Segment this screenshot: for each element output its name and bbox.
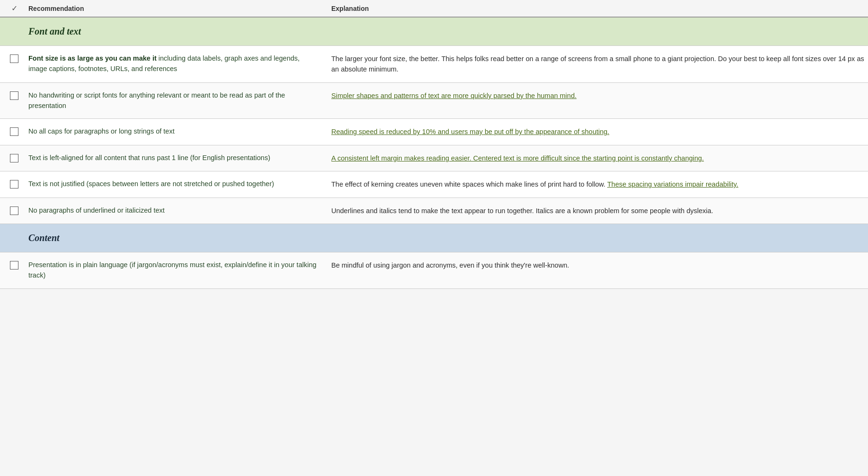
checkbox-no-handwriting[interactable]: [10, 91, 18, 100]
explanation-cell-left-aligned: A consistent left margin makes reading e…: [331, 153, 868, 163]
recommendation-cell-no-underline-italic: No paragraphs of underlined or italicize…: [28, 206, 331, 216]
table-row: No paragraphs of underlined or italicize…: [0, 198, 868, 224]
explanation-cell-not-justified: The effect of kerning creates uneven whi…: [331, 179, 868, 189]
table-row: No handwriting or script fonts for anyth…: [0, 83, 868, 119]
recommendation-bold-font-size: Font size is as large as you can make it: [28, 54, 157, 62]
table-row: No all caps for paragraphs or long strin…: [0, 119, 868, 145]
explanation-cell-no-underline-italic: Underlines and italics tend to make the …: [331, 206, 868, 216]
checkbox-cell: [0, 260, 28, 269]
explanation-column-header: Explanation: [331, 5, 868, 12]
explanation-cell-no-handwriting: Simpler shapes and patterns of text are …: [331, 90, 868, 101]
explanation-cell-font-size: The larger your font size, the better. T…: [331, 54, 868, 75]
checkbox-cell: [0, 126, 28, 136]
recommendation-cell-plain-language: Presentation is in plain language (if ja…: [28, 260, 331, 281]
explanation-link-left-aligned[interactable]: A consistent left margin makes reading e…: [331, 154, 704, 162]
section-title-font-and-text: Font and text: [28, 26, 81, 37]
section-title-content: Content: [28, 233, 60, 243]
table-row: Presentation is in plain language (if ja…: [0, 252, 868, 289]
sections-container: Font and textFont size is as large as yo…: [0, 18, 868, 289]
checkbox-left-aligned[interactable]: [10, 154, 18, 162]
checkbox-cell: [0, 54, 28, 63]
checkbox-plain-language[interactable]: [10, 261, 18, 269]
checkbox-not-justified[interactable]: [10, 180, 18, 189]
section-header-content: Content: [0, 224, 868, 252]
table-row: Text is left-aligned for all content tha…: [0, 145, 868, 171]
recommendation-cell-left-aligned: Text is left-aligned for all content tha…: [28, 153, 331, 163]
recommendation-cell-no-all-caps: No all caps for paragraphs or long strin…: [28, 126, 331, 137]
explanation-link-not-justified[interactable]: These spacing variations impair readabil…: [607, 180, 738, 188]
checkbox-cell: [0, 206, 28, 215]
explanation-link-no-handwriting[interactable]: Simpler shapes and patterns of text are …: [331, 92, 576, 99]
checkbox-no-underline-italic[interactable]: [10, 207, 18, 215]
recommendation-cell-no-handwriting: No handwriting or script fonts for anyth…: [28, 90, 331, 111]
checkbox-cell: [0, 179, 28, 189]
section-header-font-and-text: Font and text: [0, 18, 868, 46]
checkbox-cell: [0, 153, 28, 162]
check-column-header: ✓: [0, 4, 28, 13]
recommendation-column-header: Recommendation: [28, 5, 331, 12]
explanation-link-no-all-caps[interactable]: Reading speed is reduced by 10% and user…: [331, 128, 609, 135]
explanation-cell-plain-language: Be mindful of using jargon and acronyms,…: [331, 260, 868, 270]
recommendation-cell-not-justified: Text is not justified (spaces between le…: [28, 179, 331, 189]
checkbox-no-all-caps[interactable]: [10, 127, 18, 136]
table-header: ✓ Recommendation Explanation: [0, 0, 868, 18]
table-row: Text is not justified (spaces between le…: [0, 171, 868, 198]
explanation-cell-no-all-caps: Reading speed is reduced by 10% and user…: [331, 126, 868, 137]
checkbox-font-size[interactable]: [10, 54, 18, 63]
table-row: Font size is as large as you can make it…: [0, 46, 868, 83]
checkbox-cell: [0, 90, 28, 100]
recommendation-cell-font-size: Font size is as large as you can make it…: [28, 54, 331, 74]
